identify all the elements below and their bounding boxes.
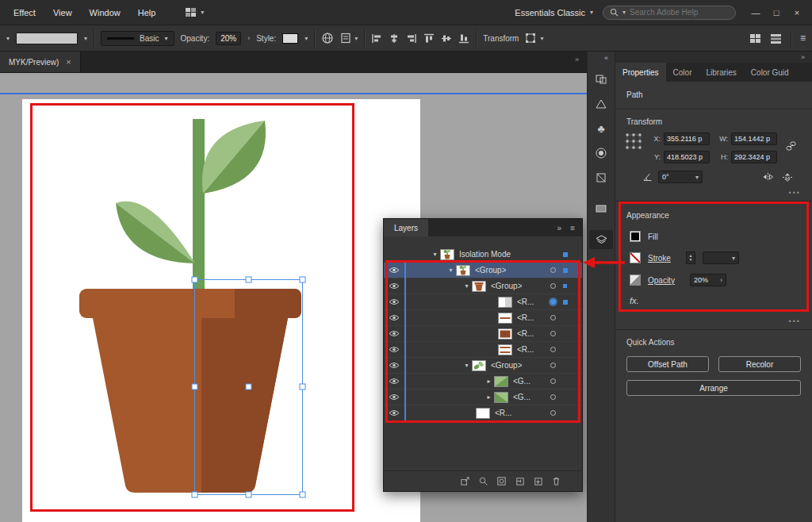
expand-dock-chevron-icon[interactable]: « xyxy=(604,54,615,62)
layer-label[interactable]: Isolation Mode xyxy=(459,250,511,259)
document-setup-globe-icon[interactable] xyxy=(321,32,334,44)
layers-panel[interactable]: Layers » ≡ ▾ Isolation Mode xyxy=(383,218,583,492)
menu-item-help[interactable]: Help xyxy=(129,8,165,17)
locate-object-icon[interactable] xyxy=(478,476,488,486)
canvas-area[interactable]: Layers » ≡ ▾ Isolation Mode xyxy=(0,73,587,522)
layer-row-rect[interactable]: <R... xyxy=(384,405,582,421)
target-circle-active[interactable] xyxy=(550,299,556,305)
layer-row-subgroup[interactable]: ▸ <G... xyxy=(384,374,582,390)
transform-panel-link[interactable]: Transform xyxy=(483,34,519,43)
target-circle[interactable] xyxy=(550,378,556,384)
layer-label[interactable]: <R... xyxy=(517,329,534,338)
layer-thumbnail[interactable] xyxy=(494,376,508,387)
layer-label[interactable]: <G... xyxy=(513,393,530,401)
visibility-eye-icon[interactable] xyxy=(384,267,404,274)
opacity-swatch[interactable] xyxy=(630,274,641,286)
caret-down-icon[interactable]: ▾ xyxy=(84,35,87,42)
layer-row-rect[interactable]: <R... xyxy=(384,342,582,358)
artboards-panel-icon[interactable] xyxy=(589,70,613,89)
reference-point-locator[interactable] xyxy=(625,132,642,150)
layer-label[interactable]: <R... xyxy=(517,313,534,322)
opacity-dropdown[interactable]: 20% › xyxy=(690,274,726,286)
transform-options-dropdown[interactable]: ▾ xyxy=(525,33,543,44)
layer-label[interactable]: <R... xyxy=(495,409,511,417)
x-field[interactable]: 355.2116 p xyxy=(664,132,710,145)
menu-item-effect[interactable]: Effect xyxy=(5,8,44,17)
layer-row-group-selected[interactable]: ▾ <Group> xyxy=(384,263,582,278)
height-field[interactable]: 292.3424 p xyxy=(731,151,777,163)
target-circle[interactable] xyxy=(550,363,556,368)
stroke-weight-dropdown[interactable]: ▾ xyxy=(703,251,739,264)
graphic-style-swatch[interactable] xyxy=(282,33,298,44)
align-center-horizontal-icon[interactable] xyxy=(389,33,400,44)
layer-row-group-pot[interactable]: ▾ <Group> xyxy=(384,278,582,294)
offset-path-button[interactable]: Offset Path xyxy=(626,356,709,372)
width-field[interactable]: 154.1442 p xyxy=(731,132,777,145)
target-circle[interactable] xyxy=(550,283,556,289)
arrange-button[interactable]: Arrange xyxy=(626,380,801,396)
layer-row-rect[interactable]: <R... xyxy=(384,294,582,310)
brush-definition-dropdown[interactable]: Basic ▾ xyxy=(101,31,174,46)
layer-row-group-leaves[interactable]: ▾ <Group> xyxy=(384,358,582,374)
layers-tab[interactable]: Layers xyxy=(384,219,428,236)
layer-thumbnail[interactable] xyxy=(476,408,490,419)
visibility-eye-icon[interactable] xyxy=(384,346,404,353)
adobe-help-search[interactable]: ▾ xyxy=(603,6,736,20)
delete-selection-trash-icon[interactable] xyxy=(551,476,561,486)
expand-chevron-icon[interactable]: ▾ xyxy=(446,267,456,274)
stroke-label[interactable]: Stroke xyxy=(648,254,671,263)
target-circle[interactable] xyxy=(550,331,556,336)
collapse-dock-chevron-icon[interactable]: » xyxy=(801,53,805,61)
target-circle[interactable] xyxy=(550,267,556,273)
opacity-menu-chevron-icon[interactable]: › xyxy=(247,34,250,42)
new-layer-icon[interactable] xyxy=(533,476,543,486)
expand-chevron-icon[interactable]: ▸ xyxy=(484,393,494,401)
tab-libraries[interactable]: Libraries xyxy=(699,63,743,82)
visibility-eye-icon[interactable] xyxy=(384,362,404,369)
visibility-eye-icon[interactable] xyxy=(384,330,404,337)
minimize-button[interactable]: — xyxy=(745,1,766,25)
constrain-proportions-link-icon[interactable] xyxy=(786,140,796,152)
new-sublayer-icon[interactable] xyxy=(515,476,525,486)
flip-horizontal-icon[interactable] xyxy=(762,172,774,182)
arrange-documents-icon[interactable] xyxy=(770,33,782,44)
align-top-icon[interactable] xyxy=(423,33,435,44)
align-left-icon[interactable] xyxy=(371,33,382,44)
layer-thumbnail[interactable] xyxy=(498,313,512,324)
rotation-angle-field[interactable]: 0° ▾ xyxy=(658,171,703,183)
opacity-field[interactable]: 20% xyxy=(216,32,241,45)
layer-thumbnail[interactable] xyxy=(498,328,512,340)
caret-down-icon[interactable]: ▾ xyxy=(304,35,308,42)
tab-overflow-chevron-icon[interactable]: » xyxy=(575,56,579,63)
fill-dropdown-caret-icon[interactable]: ▾ xyxy=(6,35,10,42)
visibility-eye-icon[interactable] xyxy=(384,282,404,290)
expand-chevron-icon[interactable]: ▾ xyxy=(430,251,440,258)
search-input[interactable] xyxy=(630,8,723,17)
target-circle[interactable] xyxy=(550,394,556,400)
align-bottom-icon[interactable] xyxy=(458,33,469,44)
align-right-icon[interactable] xyxy=(406,33,417,44)
layer-thumbnail[interactable] xyxy=(472,360,486,371)
visibility-eye-icon[interactable] xyxy=(384,314,404,321)
layer-row-subgroup[interactable]: ▸ <G... xyxy=(384,390,582,405)
target-circle[interactable] xyxy=(550,347,556,352)
fill-label[interactable]: Fill xyxy=(648,232,658,241)
align-center-vertical-icon[interactable] xyxy=(441,33,452,44)
collect-for-export-icon[interactable] xyxy=(460,476,470,486)
layers-panel-icon[interactable] xyxy=(589,230,613,249)
layer-row-rect[interactable]: <R... xyxy=(384,310,582,326)
close-button[interactable]: × xyxy=(787,1,807,25)
layer-thumbnail[interactable] xyxy=(440,249,454,260)
transform-panel-icon[interactable] xyxy=(589,168,613,187)
swatches-panel-icon[interactable] xyxy=(589,199,613,218)
opacity-label[interactable]: Opacity xyxy=(648,276,675,285)
panel-menu-icon[interactable]: ≡ xyxy=(800,33,806,44)
panel-menu-icon[interactable]: ≡ xyxy=(570,224,575,232)
layer-thumbnail[interactable] xyxy=(472,281,486,292)
layer-thumbnail[interactable] xyxy=(498,344,512,355)
shape-properties-panel-icon[interactable] xyxy=(589,94,613,113)
layer-label[interactable]: <G... xyxy=(513,377,530,386)
effects-fx-button[interactable]: fx. xyxy=(615,291,812,307)
visibility-eye-icon[interactable] xyxy=(384,393,404,401)
layer-thumbnail[interactable] xyxy=(498,297,512,308)
